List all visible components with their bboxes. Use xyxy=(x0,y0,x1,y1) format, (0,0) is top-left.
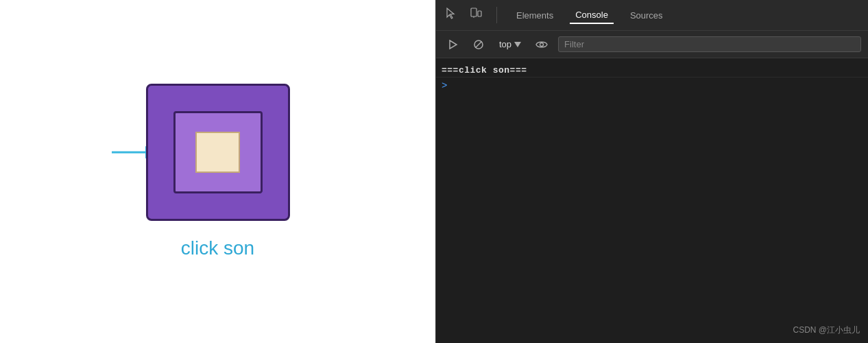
cursor-icon[interactable] xyxy=(444,7,458,24)
clear-icon[interactable] xyxy=(469,35,488,54)
inner-square[interactable] xyxy=(195,132,240,173)
svg-rect-2 xyxy=(471,8,477,16)
top-label: top xyxy=(499,39,511,49)
svg-line-7 xyxy=(476,41,482,47)
diagram-container xyxy=(146,84,290,221)
dropdown-chevron-icon xyxy=(514,42,521,47)
eye-icon[interactable] xyxy=(532,35,551,54)
tab-elements[interactable]: Elements xyxy=(511,8,559,23)
top-dropdown[interactable]: top xyxy=(495,38,525,51)
device-icon[interactable] xyxy=(469,7,483,24)
console-prompt-chevron: > xyxy=(442,80,447,91)
toolbar-divider xyxy=(496,7,497,23)
tab-sources[interactable]: Sources xyxy=(625,8,668,23)
devtools-panel: Elements Console Sources top xyxy=(435,0,868,343)
inner-box[interactable] xyxy=(173,111,263,193)
watermark: CSDN @江小虫儿 xyxy=(793,324,860,336)
svg-marker-5 xyxy=(450,40,457,49)
filter-input[interactable] xyxy=(558,36,861,52)
svg-point-9 xyxy=(540,43,544,46)
console-area: ===click son=== > CSDN @江小虫儿 xyxy=(436,58,868,343)
left-panel: click son xyxy=(0,0,435,343)
svg-rect-3 xyxy=(478,11,481,16)
click-label[interactable]: click son xyxy=(181,237,254,259)
tab-console[interactable]: Console xyxy=(570,7,614,24)
run-icon[interactable] xyxy=(443,35,462,54)
svg-marker-8 xyxy=(514,42,521,47)
console-log-line: ===click son=== xyxy=(436,64,868,78)
outer-box[interactable] xyxy=(146,84,290,221)
console-log-text: ===click son=== xyxy=(442,65,527,75)
console-prompt-line[interactable]: > xyxy=(436,78,868,94)
devtools-second-toolbar: top xyxy=(436,31,868,58)
devtools-top-toolbar: Elements Console Sources xyxy=(436,0,868,31)
